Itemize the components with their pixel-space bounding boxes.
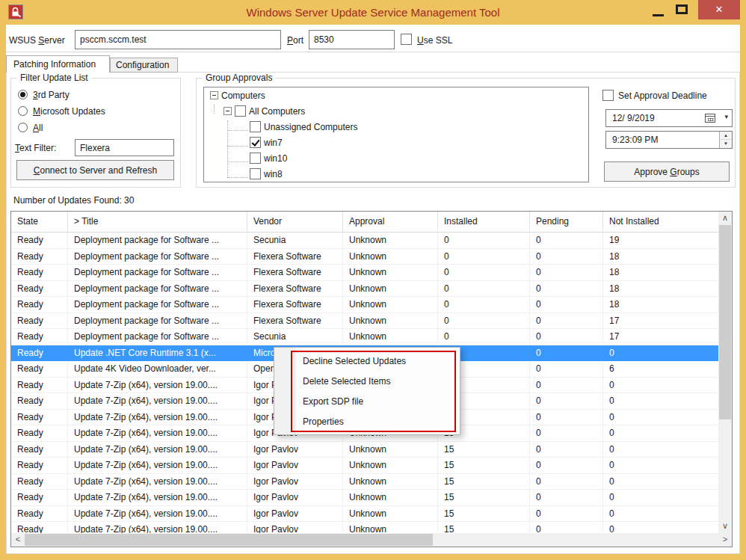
tree-item-win10[interactable]: win10 xyxy=(204,150,588,166)
column-header[interactable]: > Title xyxy=(68,212,247,232)
deadline-time-picker[interactable]: 9:23:09 PM ▲▼ xyxy=(605,131,733,149)
cell-state: Ready xyxy=(11,233,68,248)
cell-title: Update 7-Zip (x64), version 19.00.... xyxy=(68,442,247,458)
cell-not_installed: 0 xyxy=(603,393,718,409)
set-approval-deadline-checkbox[interactable] xyxy=(602,90,614,101)
horizontal-scrollbar-thumb[interactable] xyxy=(25,534,433,546)
radio-microsoft-updates[interactable] xyxy=(18,106,28,116)
maximize-button[interactable] xyxy=(671,0,693,19)
column-header[interactable]: Not Installed xyxy=(603,212,718,232)
table-row[interactable]: ReadyUpdate 7-Zip (x64), version 19.00..… xyxy=(11,506,718,523)
table-row[interactable]: ReadyUpdate 7-Zip (x64), version 19.00..… xyxy=(11,474,718,490)
cell-title: Update 7-Zip (x64), version 19.00.... xyxy=(68,506,247,522)
scroll-left-icon[interactable]: < xyxy=(11,533,25,547)
port-label: Port xyxy=(287,35,303,46)
scroll-right-icon[interactable]: > xyxy=(718,533,732,547)
column-header[interactable]: State xyxy=(11,212,68,232)
tree-item-win7[interactable]: win7 xyxy=(204,135,588,150)
table-row[interactable]: ReadyDeployment package for Software ...… xyxy=(11,313,718,330)
port-input[interactable] xyxy=(309,30,395,49)
column-header[interactable]: Approval xyxy=(343,212,438,232)
cell-vendor: Flexera Software xyxy=(247,313,343,329)
radio-3rd-party-label[interactable]: 3rd Party xyxy=(33,90,70,100)
tree-item-all-computers[interactable]: All Computers xyxy=(204,103,588,119)
use-ssl-label[interactable]: Use SSL xyxy=(417,35,452,46)
tree-checkbox[interactable] xyxy=(250,153,261,164)
set-approval-deadline-label[interactable]: Set Approval Deadline xyxy=(618,90,707,101)
tree-checkbox[interactable] xyxy=(235,105,246,117)
cell-approval: Unknown xyxy=(343,506,438,522)
chevron-down-icon[interactable]: ▾ xyxy=(724,113,728,120)
connect-refresh-button[interactable]: Connect to Server and Refresh xyxy=(16,160,174,180)
table-row[interactable]: ReadyDeployment package for Software ...… xyxy=(11,249,718,265)
deadline-date-picker[interactable]: 12/ 9/2019 ▾ xyxy=(605,109,733,127)
cell-not_installed: 6 xyxy=(603,361,718,377)
computers-tree[interactable]: ComputersAll ComputersUnassigned Compute… xyxy=(203,87,589,182)
table-row[interactable]: ReadyDeployment package for Software ...… xyxy=(11,281,718,298)
table-row[interactable]: ReadyUpdate 7-Zip (x64), version 19.00..… xyxy=(11,442,718,458)
cell-pending: 0 xyxy=(530,313,603,329)
cell-not_installed: 0 xyxy=(603,506,718,522)
tree-collapse-icon[interactable] xyxy=(210,91,218,99)
radio-microsoft-updates-label[interactable]: Microsoft Updates xyxy=(33,106,105,117)
radio-all[interactable] xyxy=(18,123,28,132)
table-row[interactable]: ReadyDeployment package for Software ...… xyxy=(11,265,718,281)
vertical-scrollbar-thumb[interactable] xyxy=(719,225,731,419)
tree-item-label: win10 xyxy=(264,153,287,164)
spin-up-icon[interactable]: ▲ xyxy=(720,132,732,140)
table-row[interactable]: ReadyUpdate 7-Zip (x64), version 19.00..… xyxy=(11,490,718,506)
tree-checkbox[interactable] xyxy=(250,168,261,179)
scroll-up-icon[interactable]: ∧ xyxy=(718,212,732,225)
column-header[interactable]: Installed xyxy=(438,212,530,232)
tab-configuration[interactable]: Configuration xyxy=(110,58,178,73)
cell-installed: 0 xyxy=(438,297,530,313)
cell-title: Deployment package for Software ... xyxy=(68,265,247,280)
cell-not_installed: 18 xyxy=(603,281,718,297)
cell-title: Update 4K Video Downloader, ver... xyxy=(68,361,247,377)
tree-checkbox[interactable] xyxy=(250,121,261,132)
calendar-icon[interactable] xyxy=(705,114,715,123)
cell-state: Ready xyxy=(11,442,68,458)
close-button[interactable]: ✕ xyxy=(698,0,740,19)
cell-title: Update 7-Zip (x64), version 19.00.... xyxy=(68,425,247,441)
tab-patching-information[interactable]: Patching Information xyxy=(6,55,110,73)
cell-installed: 15 xyxy=(438,474,530,490)
cell-pending: 0 xyxy=(530,458,603,473)
cell-not_installed: 0 xyxy=(603,410,718,425)
cell-state: Ready xyxy=(11,506,68,522)
use-ssl-checkbox[interactable] xyxy=(401,34,412,45)
tree-item-label: win7 xyxy=(264,138,283,148)
cell-vendor: Flexera Software xyxy=(247,265,343,280)
horizontal-scrollbar[interactable]: < > xyxy=(11,533,732,547)
column-header[interactable]: Vendor xyxy=(247,212,343,232)
cell-title: Update 7-Zip (x64), version 19.00.... xyxy=(68,474,247,490)
tree-item-win8[interactable]: win8 xyxy=(204,166,588,182)
wsus-server-input[interactable] xyxy=(75,30,281,49)
cell-vendor: Flexera Software xyxy=(247,281,343,297)
time-spinner[interactable]: ▲▼ xyxy=(719,132,732,148)
table-row[interactable]: ReadyDeployment package for Software ...… xyxy=(11,297,718,313)
table-row[interactable]: ReadyDeployment package for Software ...… xyxy=(11,233,718,249)
cell-title: Update .NET Core Runtime 3.1 (x... xyxy=(68,345,247,362)
vertical-scrollbar[interactable]: ∧ ∨ xyxy=(718,212,732,533)
scroll-down-icon[interactable]: ∨ xyxy=(718,520,732,533)
cell-state: Ready xyxy=(11,297,68,313)
tree-collapse-icon[interactable] xyxy=(224,107,232,115)
radio-3rd-party[interactable] xyxy=(18,90,28,99)
column-header[interactable]: Pending xyxy=(530,212,603,232)
cell-title: Update 7-Zip (x64), version 19.00.... xyxy=(68,393,247,409)
spin-down-icon[interactable]: ▼ xyxy=(720,140,732,148)
tree-checkbox[interactable] xyxy=(250,137,261,148)
cell-state: Ready xyxy=(11,329,68,345)
tree-item-computers[interactable]: Computers xyxy=(204,87,588,103)
radio-all-label[interactable]: All xyxy=(33,123,43,133)
minimize-button[interactable] xyxy=(647,0,669,19)
cell-vendor: Igor Pavlov xyxy=(247,506,343,522)
tree-item-unassigned-computers[interactable]: Unassigned Computers xyxy=(204,119,588,135)
table-row[interactable]: ReadyUpdate 7-Zip (x64), version 19.00..… xyxy=(11,522,718,533)
table-row[interactable]: ReadyUpdate 7-Zip (x64), version 19.00..… xyxy=(11,458,718,474)
approve-groups-button[interactable]: Approve Groups xyxy=(604,161,730,182)
cell-not_installed: 19 xyxy=(603,233,718,248)
text-filter-input[interactable] xyxy=(75,139,174,156)
table-row[interactable]: ReadyDeployment package for Software ...… xyxy=(11,329,718,345)
